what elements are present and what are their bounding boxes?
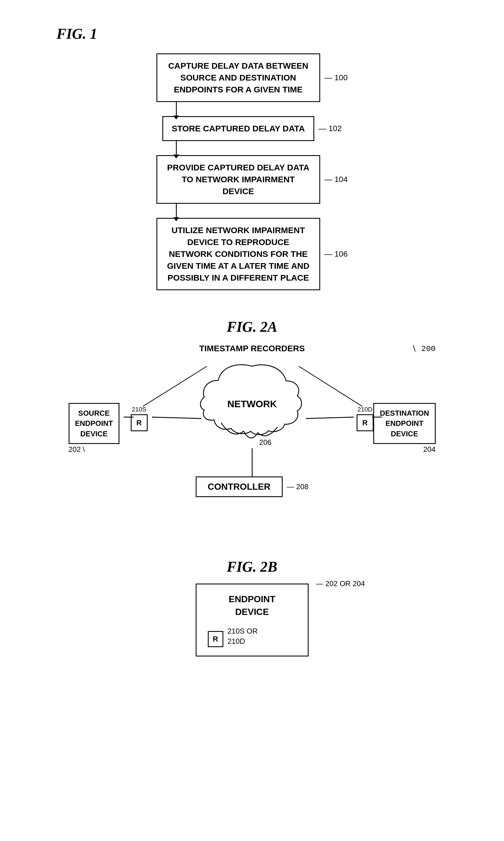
fig2b-device-label: ENDPOINT DEVICE <box>208 593 296 618</box>
fig2b-box-ref: — 202 OR 204 <box>316 579 365 588</box>
dest-endpoint-box: DESTINATION ENDPOINT DEVICE 204 <box>373 403 435 454</box>
svg-line-2 <box>152 417 201 418</box>
flow-box-102: STORE CAPTURED DELAY DATA <box>162 116 314 141</box>
svg-line-6 <box>299 366 362 406</box>
fig2a-title: FIG. 2A <box>227 319 277 335</box>
flow-box-104: PROVIDE CAPTURED DELAY DATA TO NETWORK I… <box>157 155 320 204</box>
router-s-ref-top: 210S <box>131 406 148 413</box>
flowchart: CAPTURE DELAY DATA BETWEEN SOURCE AND DE… <box>56 53 448 290</box>
svg-line-3 <box>306 417 354 418</box>
ref-200: ∖ 200 <box>411 344 435 353</box>
flow-box-100: CAPTURE DELAY DATA BETWEEN SOURCE AND DE… <box>157 53 320 102</box>
ref-106: — 106 <box>324 250 348 259</box>
fig2b-router-ref: 210S OR 210D <box>228 626 258 647</box>
fig2b-title: FIG. 2B <box>227 559 277 575</box>
timestamp-label: TIMESTAMP RECORDERS <box>199 344 305 353</box>
dest-endpoint-label: DESTINATION ENDPOINT DEVICE <box>373 403 435 444</box>
router-s-label: R <box>131 414 148 431</box>
fig2b-container: ENDPOINT DEVICE R 210S OR 210D <box>56 584 448 656</box>
router-d-ref-top: 210D <box>357 406 374 413</box>
flow-step-104: PROVIDE CAPTURED DELAY DATA TO NETWORK I… <box>56 155 448 204</box>
network-cloud: NETWORK 206 <box>198 361 306 451</box>
flow-step-100: CAPTURE DELAY DATA BETWEEN SOURCE AND DE… <box>56 53 448 102</box>
fig2a-section: FIG. 2A ∖ 200 TIMESTAMP RECORDERS SOURCE… <box>56 319 448 530</box>
arrow-2 <box>56 141 448 155</box>
network-text: NETWORK <box>227 398 277 409</box>
fig2b-section: FIG. 2B ENDPOINT DEVICE R 210S OR <box>56 559 448 656</box>
ref-102: — 102 <box>319 124 342 133</box>
router-d-label: R <box>357 414 374 431</box>
dest-ref-label: 204 <box>373 445 435 454</box>
fig2b-router-box: R <box>208 631 223 647</box>
fig1-title: FIG. 1 <box>56 25 448 42</box>
fig2b-router-row: R 210S OR 210D <box>208 625 296 647</box>
flow-box-106: UTILIZE NETWORK IMPAIRMENT DEVICE TO REP… <box>157 218 320 290</box>
ref-100: — 100 <box>324 73 348 82</box>
fig2b-device-box: ENDPOINT DEVICE R 210S OR 210D <box>196 584 309 656</box>
fig1-section: FIG. 1 CAPTURE DELAY DATA BETWEEN SOURCE… <box>56 25 448 290</box>
svg-line-5 <box>143 366 207 406</box>
router-s-box: 210S R <box>131 406 148 431</box>
source-endpoint-label: SOURCE ENDPOINT DEVICE <box>69 403 120 444</box>
controller-container: CONTROLLER — 208 <box>196 477 309 497</box>
arrow-3 <box>56 204 448 218</box>
router-d-box: 210D R <box>357 406 374 431</box>
source-endpoint-box: SOURCE ENDPOINT DEVICE 202 \ <box>69 403 120 454</box>
controller-ref: — 208 <box>287 482 309 491</box>
controller-row: CONTROLLER — 208 <box>196 477 309 497</box>
ref-104: — 104 <box>324 175 348 184</box>
fig2b-wrapper: ENDPOINT DEVICE R 210S OR 210D <box>196 584 309 656</box>
arrow-1 <box>56 102 448 116</box>
flow-step-102: STORE CAPTURED DELAY DATA — 102 <box>56 116 448 141</box>
controller-box: CONTROLLER <box>196 477 283 497</box>
flow-step-106: UTILIZE NETWORK IMPAIRMENT DEVICE TO REP… <box>56 218 448 290</box>
source-ref-label: 202 \ <box>69 445 120 454</box>
svg-text:206: 206 <box>259 438 271 446</box>
